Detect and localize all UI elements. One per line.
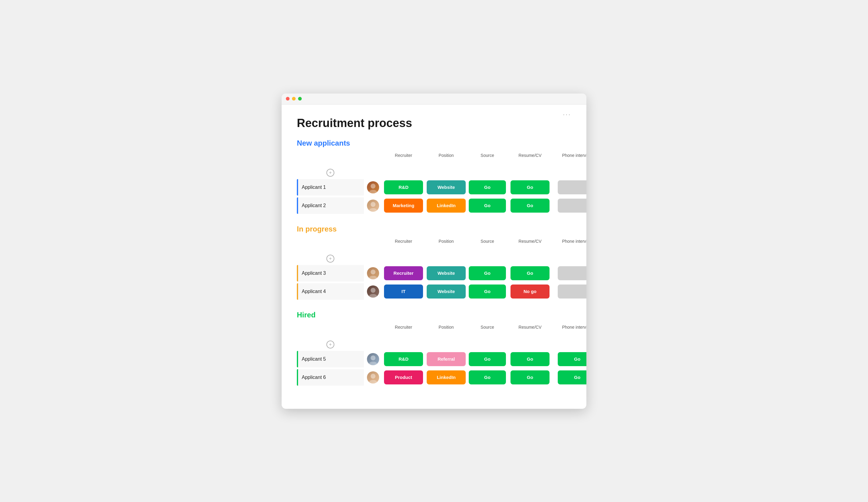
source-tag-1-1[interactable]: Website	[427, 284, 466, 299]
inperson-tag-2-1[interactable]: Go	[558, 370, 586, 385]
applicant-name-2-1[interactable]: Applicant 6	[297, 369, 364, 386]
table-row: Applicant 6 ProductLinkedInGoGoGo	[297, 369, 571, 386]
position-tag-1-0[interactable]: Recruiter	[384, 266, 423, 280]
resume-tag-0-1[interactable]: Go	[469, 199, 506, 213]
source-tag-0-1[interactable]: LinkedIn	[427, 199, 466, 213]
svg-point-11	[369, 294, 377, 297]
section-inprogress: In progressRecruiterPositionSourceResume…	[297, 225, 571, 300]
add-column-button-inprogress[interactable]: +	[327, 255, 334, 263]
position-cell-0-0: R&D	[382, 179, 425, 196]
col-header-4: Phone interview	[553, 325, 586, 339]
recruiter-cell-1-1	[364, 283, 382, 300]
section-title-new: New applicants	[297, 139, 571, 147]
inperson-tag-0-0[interactable]	[558, 180, 586, 194]
table-header-new: RecruiterPositionSourceResume/CVPhone in…	[297, 152, 571, 178]
add-column-button-new[interactable]: +	[327, 169, 334, 177]
sections-container: New applicantsRecruiterPositionSourceRes…	[297, 139, 571, 386]
inperson-tag-0-1[interactable]	[558, 199, 586, 213]
resume-tag-1-1[interactable]: Go	[469, 284, 506, 299]
resume-cell-0-0: Go	[467, 179, 507, 196]
phone-tag-0-0[interactable]: Go	[510, 180, 549, 194]
phone-tag-1-1[interactable]: No go	[510, 284, 549, 299]
source-cell-2-1: LinkedIn	[425, 369, 467, 386]
resume-cell-1-0: Go	[467, 265, 507, 281]
position-tag-0-0[interactable]: R&D	[384, 180, 423, 194]
svg-point-13	[371, 355, 375, 360]
inperson-cell-0-1	[553, 197, 586, 214]
titlebar	[282, 94, 586, 104]
phone-tag-2-1[interactable]: Go	[510, 370, 549, 385]
phone-tag-2-0[interactable]: Go	[510, 352, 549, 366]
position-cell-1-1: IT	[382, 283, 425, 300]
source-cell-0-1: LinkedIn	[425, 197, 467, 214]
recruiter-cell-0-1	[364, 197, 382, 214]
source-tag-0-0[interactable]: Website	[427, 180, 466, 194]
table-row: Applicant 1 R&DWebsiteGoGo	[297, 179, 571, 196]
position-cell-2-1: Product	[382, 369, 425, 386]
phone-cell-1-0: Go	[507, 265, 553, 281]
avatar	[367, 199, 379, 212]
applicant-name-1-0[interactable]: Applicant 3	[297, 265, 364, 281]
section-title-inprogress: In progress	[297, 225, 571, 233]
source-cell-1-0: Website	[425, 265, 467, 281]
svg-point-7	[371, 270, 375, 274]
avatar	[367, 371, 379, 384]
applicant-name-0-0[interactable]: Applicant 1	[297, 179, 364, 196]
phone-tag-0-1[interactable]: Go	[510, 199, 549, 213]
col-header-3: Resume/CV	[507, 325, 553, 339]
source-tag-2-1[interactable]: LinkedIn	[427, 370, 466, 385]
source-cell-0-0: Website	[425, 179, 467, 196]
inperson-tag-2-0[interactable]: Go	[558, 352, 586, 366]
inperson-tag-1-0[interactable]	[558, 266, 586, 280]
position-tag-1-1[interactable]: IT	[384, 284, 423, 299]
applicant-name-0-1[interactable]: Applicant 2	[297, 197, 364, 214]
resume-tag-2-1[interactable]: Go	[469, 370, 506, 385]
svg-point-1	[371, 184, 375, 189]
phone-cell-0-0: Go	[507, 179, 553, 196]
col-header-0: Recruiter	[382, 239, 425, 253]
position-tag-2-1[interactable]: Product	[384, 370, 423, 385]
applicant-name-1-1[interactable]: Applicant 4	[297, 283, 364, 300]
source-tag-1-0[interactable]: Website	[427, 266, 466, 280]
inperson-cell-1-1	[553, 283, 586, 300]
maximize-button[interactable]	[298, 97, 302, 101]
col-header-2: Source	[467, 153, 507, 168]
resume-cell-1-1: Go	[467, 283, 507, 300]
resume-tag-2-0[interactable]: Go	[469, 352, 506, 366]
table-row: Applicant 5 R&DReferralGoGoGo	[297, 351, 571, 367]
phone-tag-1-0[interactable]: Go	[510, 266, 549, 280]
avatar	[367, 353, 379, 365]
table-row: Applicant 4 ITWebsiteGoNo go	[297, 283, 571, 300]
resume-tag-0-0[interactable]: Go	[469, 180, 506, 194]
svg-point-10	[371, 288, 375, 293]
avatar	[367, 285, 379, 297]
section-new: New applicantsRecruiterPositionSourceRes…	[297, 139, 571, 214]
phone-cell-0-1: Go	[507, 197, 553, 214]
position-cell-1-0: Recruiter	[382, 265, 425, 281]
source-cell-1-1: Website	[425, 283, 467, 300]
minimize-button[interactable]	[292, 97, 296, 101]
position-cell-0-1: Marketing	[382, 197, 425, 214]
source-cell-2-0: Referral	[425, 351, 467, 367]
resume-tag-1-0[interactable]: Go	[469, 266, 506, 280]
inperson-tag-1-1[interactable]	[558, 284, 586, 299]
inperson-cell-2-0: Go	[553, 351, 586, 367]
table-hired: RecruiterPositionSourceResume/CVPhone in…	[297, 324, 571, 386]
close-button[interactable]	[286, 97, 290, 101]
col-header-4: Phone interview	[553, 239, 586, 253]
svg-point-16	[371, 374, 375, 379]
add-column-button-hired[interactable]: +	[327, 341, 334, 348]
col-header-1: Position	[425, 239, 467, 253]
svg-point-8	[369, 276, 377, 279]
table-row: Applicant 2 MarketingLinkedInGoGo	[297, 197, 571, 214]
more-menu-button[interactable]: ···	[563, 111, 571, 118]
applicant-name-2-0[interactable]: Applicant 5	[297, 351, 364, 367]
svg-point-14	[369, 362, 377, 365]
position-tag-2-0[interactable]: R&D	[384, 352, 423, 366]
source-tag-2-0[interactable]: Referral	[427, 352, 466, 366]
app-window: Recruitment process ··· New applicantsRe…	[282, 94, 586, 409]
resume-cell-0-1: Go	[467, 197, 507, 214]
section-hired: HiredRecruiterPositionSourceResume/CVPho…	[297, 311, 571, 386]
svg-point-2	[369, 190, 377, 194]
position-tag-0-1[interactable]: Marketing	[384, 199, 423, 213]
